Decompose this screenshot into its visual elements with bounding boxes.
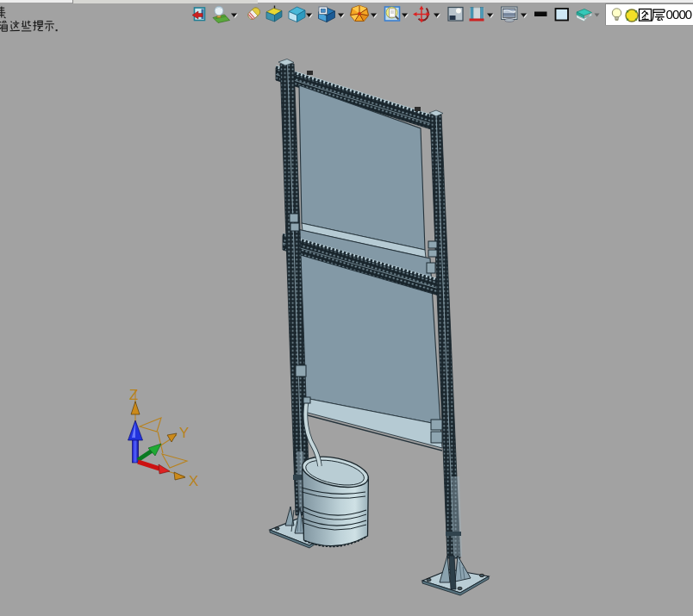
svg-text:Y: Y — [179, 425, 189, 441]
svg-text:X: X — [189, 473, 198, 489]
svg-text:0000: 0000 — [666, 7, 692, 22]
svg-text:Z: Z — [129, 387, 138, 403]
